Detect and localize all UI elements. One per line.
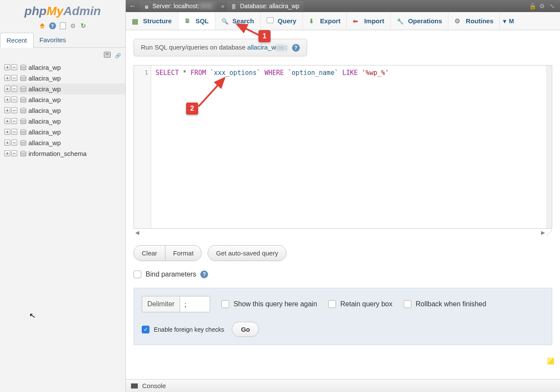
db-name: information_schema bbox=[28, 150, 87, 157]
link-icon[interactable] bbox=[114, 52, 121, 58]
vertical-scrollbar[interactable] bbox=[546, 65, 552, 228]
delimiter-label: Delimiter bbox=[142, 296, 180, 312]
delimiter-input[interactable] bbox=[180, 297, 210, 312]
db-item[interactable]: +−allacira_wp bbox=[4, 116, 125, 127]
expand-icon[interactable]: − bbox=[11, 86, 17, 92]
docs-icon[interactable] bbox=[59, 22, 66, 29]
sql-code[interactable]: SELECT * FROM `xxx_options` WHERE `optio… bbox=[151, 65, 545, 80]
sql-editor[interactable]: 1 SELECT * FROM `xxx_options` WHERE `opt… bbox=[134, 65, 552, 229]
breadcrumb-database[interactable]: Database: allacira_wp bbox=[227, 1, 304, 11]
db-item[interactable]: +−allacira_wp bbox=[4, 73, 125, 84]
rollback-checkbox[interactable] bbox=[404, 300, 411, 308]
db-item[interactable]: +−allacira_wp bbox=[4, 84, 125, 94]
tree-controls bbox=[0, 48, 125, 60]
db-item[interactable]: +−allacira_wp bbox=[4, 94, 125, 105]
sidebar-quick-icons: ? bbox=[0, 20, 125, 33]
structure-icon bbox=[132, 17, 140, 25]
database-icon bbox=[20, 64, 26, 70]
expand-icon[interactable]: + bbox=[4, 75, 10, 81]
horizontal-scrollbar[interactable] bbox=[140, 230, 539, 235]
tab-sql[interactable]: SQL bbox=[178, 12, 215, 30]
expand-icon[interactable]: − bbox=[11, 129, 17, 135]
tab-label: Query bbox=[278, 17, 296, 25]
db-item[interactable]: +−allacira_wp bbox=[4, 62, 125, 73]
expand-icon[interactable]: + bbox=[4, 118, 10, 124]
retain-checkbox[interactable] bbox=[328, 300, 336, 308]
favorites-tab[interactable]: Favorites bbox=[34, 33, 72, 47]
editor-gutter: 1 bbox=[134, 65, 151, 228]
bind-parameters-label: Bind parameters bbox=[146, 271, 196, 278]
phpmyadmin-logo[interactable]: phpMyAdmin bbox=[0, 0, 125, 20]
logo-admin: Admin bbox=[63, 4, 101, 18]
scroll-right-icon[interactable]: ▶ bbox=[539, 230, 546, 236]
expand-icon[interactable]: − bbox=[11, 118, 17, 124]
tab-query[interactable]: Query bbox=[261, 12, 303, 30]
tab-more[interactable]: ▾M bbox=[500, 12, 517, 30]
tab-label: Search bbox=[233, 17, 254, 25]
get-autosaved-button[interactable]: Get auto-saved query bbox=[208, 245, 286, 261]
collapse-icon[interactable]: ⤡ bbox=[550, 3, 557, 9]
clear-button[interactable]: Clear bbox=[134, 246, 165, 261]
expand-icon[interactable]: − bbox=[11, 107, 17, 113]
tab-export[interactable]: Export bbox=[303, 12, 347, 30]
sql-panel: Run SQL query/queries on database allaci… bbox=[126, 30, 560, 345]
panel-db-link[interactable]: allacira_w bbox=[247, 44, 276, 51]
help-icon[interactable]: ? bbox=[49, 22, 56, 29]
expand-icon[interactable]: + bbox=[4, 129, 10, 135]
tab-import[interactable]: Import bbox=[347, 12, 391, 30]
scroll-left-icon[interactable]: ◀ bbox=[134, 230, 140, 236]
refresh-icon[interactable] bbox=[80, 22, 87, 29]
enable-fk-checkbox[interactable]: ✓ bbox=[142, 326, 149, 333]
resize-grip-icon[interactable]: ⋰ bbox=[546, 230, 552, 236]
format-button[interactable]: Format bbox=[165, 246, 202, 261]
help-icon[interactable]: ? bbox=[292, 44, 300, 52]
sticky-note-icon[interactable] bbox=[547, 358, 554, 364]
tab-structure[interactable]: Structure bbox=[126, 12, 178, 30]
expand-icon[interactable]: + bbox=[4, 107, 10, 113]
console-bar[interactable]: Console bbox=[126, 379, 560, 392]
recent-tab[interactable]: Recent bbox=[0, 33, 34, 48]
expand-icon[interactable]: − bbox=[11, 64, 17, 70]
db-name: allacira_wp bbox=[28, 96, 61, 103]
show-again-checkbox[interactable] bbox=[221, 300, 229, 308]
expand-icon[interactable]: − bbox=[11, 150, 17, 156]
tab-operations[interactable]: Operations bbox=[391, 12, 448, 30]
expand-icon[interactable]: + bbox=[4, 96, 10, 103]
lock-icon[interactable]: 🔒 bbox=[529, 3, 536, 9]
expand-icon[interactable]: + bbox=[4, 140, 10, 146]
breadcrumb-server[interactable]: Server: localhost: 0000 bbox=[140, 1, 217, 11]
tab-routines[interactable]: Routines bbox=[448, 12, 500, 30]
column-name: `option_name` bbox=[288, 69, 338, 77]
help-icon[interactable]: ? bbox=[200, 271, 208, 278]
kw-select: SELECT bbox=[156, 69, 179, 77]
bind-parameters-checkbox[interactable] bbox=[134, 271, 141, 278]
retain-label: Retain query box bbox=[340, 300, 392, 308]
expand-icon[interactable]: − bbox=[11, 75, 17, 81]
expand-icon[interactable]: − bbox=[11, 96, 17, 103]
db-name: allacira_wp bbox=[28, 75, 61, 82]
collapse-all-icon[interactable] bbox=[104, 52, 111, 58]
server-value: localhost: bbox=[174, 3, 199, 9]
expand-icon[interactable]: − bbox=[11, 140, 17, 146]
footer-row-1: Delimiter Show this query here again Ret… bbox=[142, 296, 544, 312]
expand-icon[interactable]: + bbox=[4, 86, 10, 92]
expand-icon[interactable]: + bbox=[4, 64, 10, 70]
go-button[interactable]: Go bbox=[232, 322, 259, 337]
settings-icon[interactable] bbox=[69, 22, 76, 29]
export-icon bbox=[309, 17, 317, 25]
gear-icon[interactable]: ⚙ bbox=[539, 3, 546, 9]
tab-search[interactable]: Search bbox=[215, 12, 261, 30]
db-item[interactable]: +−information_schema bbox=[4, 148, 125, 159]
delimiter-group: Delimiter bbox=[142, 296, 210, 312]
home-icon[interactable] bbox=[39, 22, 46, 29]
db-name: allacira_wp bbox=[28, 85, 61, 93]
back-arrow-icon[interactable]: ← bbox=[129, 2, 136, 10]
tab-label: Routines bbox=[466, 17, 493, 25]
routines-icon bbox=[454, 17, 462, 25]
db-item[interactable]: +−allacira_wp bbox=[4, 127, 125, 137]
db-item[interactable]: +−allacira_wp bbox=[4, 105, 125, 116]
expand-icon[interactable]: + bbox=[4, 150, 10, 156]
db-item[interactable]: +−allacira_wp bbox=[4, 137, 125, 148]
main-panel: ← Server: localhost: 0000 » Database: al… bbox=[126, 0, 560, 392]
string-literal: '%wp_%' bbox=[362, 69, 389, 77]
